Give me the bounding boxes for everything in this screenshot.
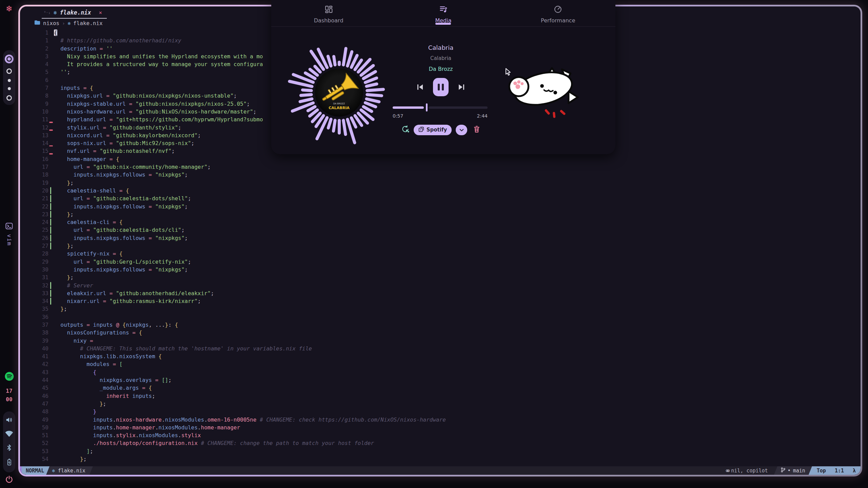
chevron-right-icon: › (62, 21, 65, 26)
gear-icon: ⚙⚙ (726, 468, 729, 473)
branch-name: main (793, 468, 805, 474)
nix-file-icon: ❄ (68, 21, 71, 26)
seek-bar-track (429, 106, 488, 109)
clock: 17 00 (6, 387, 12, 404)
nix-file-icon: ❄ (54, 9, 57, 16)
visualizer-bar (301, 88, 313, 92)
code-line: 39 nixy = (20, 337, 861, 345)
code-line: 46 inherit inputs; (20, 392, 861, 400)
visualizer-bar (332, 55, 337, 67)
code-line: 34 nixarr.url = "github:rasmus-kirk/nixa… (20, 297, 861, 305)
branch-bullet: • (788, 468, 791, 474)
lang-symbol: λ (853, 468, 856, 474)
code-line: 16 home-manager = { (20, 155, 861, 163)
tab-indicator: ⁶·₁ (44, 11, 51, 15)
tab-performance[interactable]: Performance (531, 3, 585, 24)
code-line: 42 modules = [ (20, 360, 861, 368)
source-spotify-button[interactable]: Spotify (414, 125, 452, 135)
code-line: 36 (20, 313, 861, 321)
lsp-status: ⚙⚙ nil, copilot (720, 466, 774, 475)
workspace-5[interactable] (6, 95, 12, 101)
code-line: 17 url = "github:nix-community/home-mana… (20, 163, 861, 171)
gauge-icon (554, 5, 562, 15)
seek-bar-handle[interactable] (426, 103, 428, 111)
visualizer-bar (332, 118, 337, 133)
code-line: 49 inputs.nixos-hardware.nixosModules.om… (20, 416, 861, 424)
vim-mode-indicator: NORMAL (22, 466, 50, 475)
desktop: ❄ vim 17 00 (0, 0, 868, 488)
workspace-indicator[interactable] (3, 50, 15, 105)
volume-icon[interactable] (5, 416, 13, 425)
seek-bar[interactable] (393, 103, 488, 111)
code-line: 35 }; (20, 305, 861, 313)
player-expand-button[interactable] (456, 125, 467, 135)
active-tab-underline (435, 23, 451, 25)
code-line: 18 inputs.nixpkgs.follows = "nixpkgs"; (20, 171, 861, 179)
code-line: 32 # Server (20, 282, 861, 289)
nix-file-icon: ❄ (52, 468, 55, 473)
previous-track-button[interactable] (416, 83, 424, 91)
tab-dashboard[interactable]: Dashboard (301, 3, 356, 24)
sidebar: ❄ vim 17 00 (0, 0, 18, 488)
tab-media[interactable]: Media (416, 3, 470, 24)
power-button[interactable] (5, 475, 13, 485)
breadcrumb-file[interactable]: flake.nix (73, 20, 103, 26)
statusline: NORMAL ❄ flake.nix ⚙⚙ nil, copilot (20, 466, 861, 475)
track-artist[interactable]: Da Brozz (390, 66, 492, 72)
art-artist-text: DA BROZZ (333, 102, 345, 105)
visualizer-bar (299, 93, 313, 97)
code-line: 50 inputs.home-manager.nixosModules.home… (20, 424, 861, 431)
statusline-file: ❄ flake.nix (46, 466, 93, 475)
playlist-music-icon (439, 5, 448, 15)
code-line: 47 }; (20, 400, 861, 408)
queue-icon[interactable] (401, 125, 410, 135)
git-branch-indicator: • main (774, 466, 812, 475)
code-line: 30 inputs.nixpkgs.follows = "nixpkgs"; (20, 266, 861, 273)
visualizer-bar (338, 61, 341, 66)
wifi-icon[interactable] (5, 430, 13, 439)
code-line: 26 inputs.nixpkgs.follows = "nixpkgs"; (20, 234, 861, 242)
folder-icon (34, 20, 40, 26)
terminal-icon (5, 222, 13, 231)
spotify-tray-icon[interactable] (5, 372, 14, 382)
track-album: Calabria (390, 55, 492, 61)
workspace-2[interactable] (6, 68, 12, 74)
code-line: 48 } (20, 408, 861, 415)
code-line: 25 url = "github:caelestia-dots/cli"; (20, 226, 861, 234)
workspace-1-active[interactable] (5, 55, 14, 63)
code-line: 51 inputs.stylix.nixosModules.stylix (20, 431, 861, 439)
system-tray-pill (3, 411, 15, 472)
bongo-cat (507, 66, 580, 122)
elapsed-time: 0:57 (393, 113, 403, 119)
total-time: 2:44 (477, 113, 488, 119)
breadcrumb-root[interactable]: nixos (43, 20, 59, 26)
code-line: 44 nixpkgs.overlays = []; (20, 376, 861, 384)
tab-close-icon[interactable]: ✕ (99, 9, 102, 16)
statusline-position: Top 1:1 λ (809, 466, 861, 475)
buffer-tab-flake-nix[interactable]: ⁶·₁ ❄ flake.nix ✕ (42, 8, 107, 19)
delete-icon[interactable] (473, 125, 480, 134)
seek-bar-fill (393, 106, 424, 109)
player-source-icon (418, 126, 424, 134)
code-line: 20 caelestia-shell = { (20, 187, 861, 195)
bluetooth-icon[interactable] (6, 444, 12, 453)
code-line: 45 _module.args = { (20, 384, 861, 392)
code-line: 29 url = "github:Gerg-L/spicetify-nix"; (20, 258, 861, 266)
code-line: 33 eleakxir.url = "github:anotherhadi/el… (20, 289, 861, 297)
workspace-4[interactable] (8, 87, 11, 90)
code-line: 23 }; (20, 210, 861, 218)
pause-button[interactable] (433, 78, 449, 96)
code-line: 41 nixpkgs.lib.nixosSystem { (20, 352, 861, 360)
code-line: 37 outputs = inputs @ {nixpkgs, ...}: { (20, 321, 861, 329)
next-track-button[interactable] (457, 83, 466, 91)
workspace-3[interactable] (8, 79, 11, 82)
code-line: 43 { (20, 368, 861, 376)
dashboard-grid-icon (324, 5, 333, 15)
code-line: 31 }; (20, 273, 861, 281)
panel-tabs: Dashboard Media (271, 0, 615, 27)
code-line: 54 }; (20, 455, 861, 463)
battery-charging-icon[interactable] (6, 458, 13, 468)
tab-filename: flake.nix (60, 9, 91, 16)
album-art: DA BROZZ CALABRIA (281, 34, 397, 151)
code-line: 19 }; (20, 179, 861, 187)
